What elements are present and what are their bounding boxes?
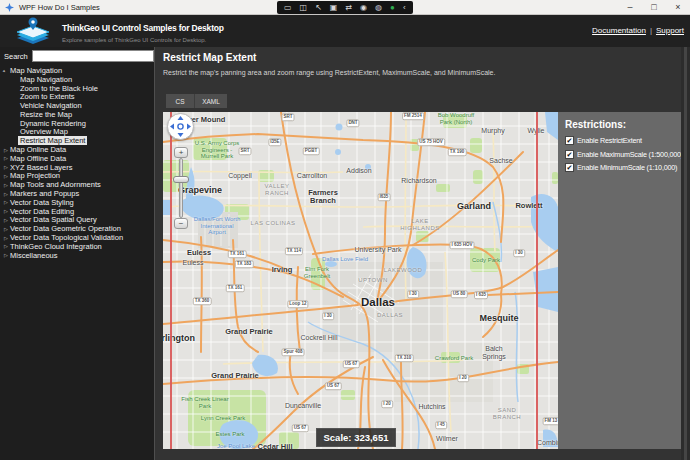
camera-icon[interactable]: ◫ [300,1,308,14]
tree-item-dynamic-rendering[interactable]: Dynamic Rendering [0,119,154,128]
expander-icon[interactable]: ▷ [0,155,8,161]
tree-item-label: Map Offline Data [8,154,68,163]
highway-shield: TX 114 [285,247,303,255]
tree-item-vector-data-editing[interactable]: ▷Vector Data Editing [0,207,154,216]
highway-shield: SRT [239,147,252,155]
checkbox-label: Enable RestrictExtent [577,136,642,145]
page-title: ThinkGeo UI Control Samples for Desktop [62,23,224,33]
tree-item-resize-the-map[interactable]: Resize the Map [0,110,154,119]
zoom-slider-thumb[interactable] [173,176,189,183]
restrictions-panel: Restrictions: ✔Enable RestrictExtent✔Ena… [558,112,681,449]
close-button[interactable]: × [666,0,690,15]
checkbox[interactable]: ✔ [565,163,574,172]
tree-item-map-navigation[interactable]: Map Navigation [0,75,154,84]
map-canvas[interactable]: Flower MoundGrapevineCoppellCarrolltonAd… [163,112,558,449]
status-ok-icon[interactable]: ● [390,1,395,14]
tab-xaml[interactable]: XAML [194,94,227,108]
screen-icon[interactable]: ▭ [284,1,292,14]
expander-icon[interactable]: ▷ [0,235,8,241]
tree-item-xyz-based-layers[interactable]: ▷XYZ Based Layers [0,163,154,172]
tree-item-map-online-data[interactable]: ▷Map Online Data [0,145,154,154]
map-label: Irving [272,266,292,274]
map-labels: Flower MoundGrapevineCoppellCarrolltonAd… [163,112,558,449]
tree-item-vector-data-styling[interactable]: ▷Vector Data Styling [0,198,154,207]
highway-shield: I35E [268,138,281,146]
map-label: Euless [182,259,203,267]
tree-item-label: Vehicle Navigation [18,101,84,110]
nav-tree: ▸Map NavigationMap NavigationZoom to the… [0,66,154,260]
map-label: Duncanville [285,402,321,410]
window-icon[interactable]: ▣ [330,1,338,14]
checkbox[interactable]: ✔ [565,136,574,145]
tree-item-thinkgeo-cloud-integration[interactable]: ▷ThinkGeo Cloud Integration [0,242,154,251]
documentation-link[interactable]: Documentation [592,26,646,35]
tree-item-label: Zoom to the Black Hole [18,84,100,93]
chevron-icon[interactable]: ‹ [403,1,406,14]
maximize-button[interactable]: □ [642,0,666,15]
highway-shield: TX 310 [395,354,414,362]
map-label: Cedar Hill [257,443,292,449]
support-link[interactable]: Support [656,26,684,35]
checkbox[interactable]: ✔ [565,150,574,159]
tree-item-label: Miscellaneous [8,251,60,260]
record-icon[interactable]: ◉ [360,1,367,14]
expander-icon[interactable]: ▷ [0,191,8,197]
tree-item-vector-data-topological-validation[interactable]: ▷Vector Data Topological Validation [0,233,154,242]
sample-description: Restrict the map's panning area and zoom… [163,69,495,76]
tree-item-zoom-to-the-black-hole[interactable]: Zoom to the Black Hole [0,84,154,93]
pan-arrows-icon [168,114,193,139]
pan-control[interactable] [167,113,194,140]
tree-item-map-tools-and-adornments[interactable]: ▷Map Tools and Adornments [0,180,154,189]
tree-item-label: Map Navigation [18,75,74,84]
zoom-out-button[interactable]: − [174,218,188,229]
search-input[interactable] [32,50,154,62]
map-label: Richardson [401,177,436,185]
scrollbar-track[interactable] [684,47,687,460]
minimize-button[interactable]: – [618,0,642,15]
tree-item-markers-and-popups[interactable]: ▷Markers and Popups [0,189,154,198]
tree-item-map-navigation[interactable]: ▸Map Navigation [0,66,154,75]
tree-item-label: Map Navigation [8,66,64,75]
tree-item-label: Map Tools and Adornments [8,180,103,189]
expander-icon[interactable]: ▷ [0,182,8,188]
expander-icon[interactable]: ▷ [0,164,8,170]
expander-icon[interactable]: ▷ [0,147,8,153]
pause-icon[interactable]: ◍ [375,1,382,14]
tree-item-vector-data-geometric-operation[interactable]: ▷Vector Data Geometric Operation [0,224,154,233]
expander-icon[interactable]: ▷ [0,226,8,232]
map-label: Crawford Park [435,355,473,362]
tree-item-vector-data-spatial-query[interactable]: ▷Vector Data Spatial Query [0,216,154,225]
header-links: Documentation|Support [592,26,684,35]
expander-icon[interactable]: ▷ [0,199,8,205]
pointer-icon[interactable]: ↖ [315,1,322,14]
highway-shield: I 635 HOV [449,241,474,249]
expander-icon[interactable]: ▷ [0,243,8,249]
map-label: Sachse [489,157,512,165]
highway-shield: I 20 [381,400,393,408]
zoom-in-button[interactable]: + [174,147,188,158]
network-icon[interactable]: ⇄ [345,1,352,14]
highway-shield: TX 161 [226,284,245,292]
expander-icon[interactable]: ▷ [0,217,8,223]
checkbox-label: Enable MinimumScale (1:10,000) [577,163,677,172]
tree-item-map-offline-data[interactable]: ▷Map Offline Data [0,154,154,163]
highway-shield: TX 190 [448,148,467,156]
map-label: Grapevine [178,186,222,196]
expander-icon[interactable]: ▷ [0,173,8,179]
scale-indicator: Scale: 323,651 [316,428,396,447]
expander-icon[interactable]: ▷ [0,252,8,258]
window-titlebar: WPF How Do I Samples ▭◫↖▣⇄◉◍●‹ – □ × [0,0,690,15]
tree-item-vehicle-navigation[interactable]: Vehicle Navigation [0,101,154,110]
map-label: Grand Prairie [211,372,259,380]
tree-item-overview-map[interactable]: Overview Map [0,128,154,137]
expander-icon[interactable]: ▷ [0,208,8,214]
zoom-slider-track[interactable] [179,158,183,218]
tree-item-label: Vector Data Topological Validation [8,233,125,242]
tree-item-zoom-to-extents[interactable]: Zoom to Extents [0,92,154,101]
tree-item-miscellaneous[interactable]: ▷Miscellaneous [0,251,154,260]
tree-item-map-projection[interactable]: ▷Map Projection [0,172,154,181]
tree-item-restrict-map-extent[interactable]: Restrict Map Extent [0,136,154,145]
highway-shield: Loop 12 [287,300,308,308]
tab-cs[interactable]: CS [166,94,194,108]
sample-title: Restrict Map Extent [163,52,256,63]
